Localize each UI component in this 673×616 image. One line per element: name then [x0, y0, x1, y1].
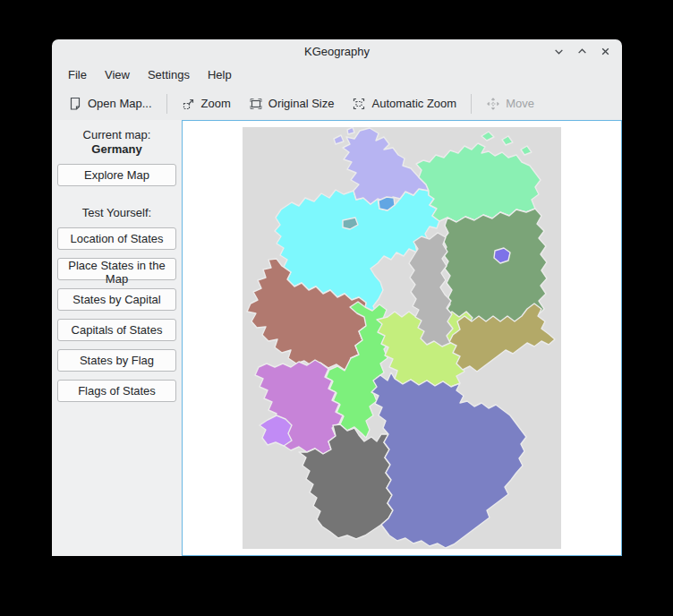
window-title: KGeography [304, 45, 370, 58]
menu-item-settings[interactable]: Settings [139, 65, 199, 84]
toolbar-separator [471, 94, 472, 114]
automatic-zoom-button[interactable]: Automatic Zoom [343, 91, 465, 116]
toolbar-button-label: Move [506, 97, 534, 110]
titlebar[interactable]: KGeography [52, 39, 622, 63]
menubar: FileViewSettingsHelp [52, 63, 622, 87]
open-map-icon [68, 97, 82, 111]
open-map-button[interactable]: Open Map... [59, 91, 161, 116]
current-map-name: Germany [52, 142, 182, 157]
original-size-icon [249, 97, 263, 111]
close-button[interactable] [597, 43, 613, 59]
current-map-label: Current map: [52, 128, 182, 142]
flags-of-states-button[interactable]: Flags of States [57, 380, 176, 402]
toolbar-button-label: Open Map... [88, 97, 152, 110]
close-icon [601, 47, 610, 56]
titlebar-controls [550, 39, 613, 63]
states-by-capital-button[interactable]: States by Capital [57, 288, 176, 311]
sidebar: Current map: Germany Explore Map Test Yo… [52, 120, 182, 556]
quiz-button-group: Location of StatesPlace States in the Ma… [52, 227, 182, 402]
menu-item-file[interactable]: File [59, 65, 96, 84]
state-saarland[interactable] [260, 415, 292, 446]
explore-map-button[interactable]: Explore Map [57, 164, 176, 186]
minimize-icon [554, 47, 564, 56]
location-of-states-button[interactable]: Location of States [57, 227, 176, 250]
germany-map [243, 127, 561, 549]
toolbar-button-label: Automatic Zoom [371, 97, 456, 110]
automatic-zoom-icon [352, 97, 366, 111]
move-button: Move [477, 91, 543, 116]
zoom-button[interactable]: Zoom [173, 91, 240, 116]
minimize-button[interactable] [550, 43, 567, 59]
maximize-icon [577, 47, 587, 56]
state-bavaria[interactable] [371, 372, 526, 548]
maximize-button[interactable] [574, 43, 590, 59]
app-window: KGeography FileViewSettingsHelp Open Map… [52, 39, 622, 556]
place-states-in-the-map-button[interactable]: Place States in the Map [57, 258, 176, 280]
move-icon [486, 97, 500, 111]
menu-item-help[interactable]: Help [199, 65, 241, 84]
states-by-flag-button[interactable]: States by Flag [57, 349, 176, 372]
map-panel [182, 120, 622, 556]
original-size-button[interactable]: Original Size [240, 91, 344, 116]
toolbar-separator [166, 94, 167, 114]
zoom-icon [182, 97, 196, 111]
content-area: Current map: Germany Explore Map Test Yo… [52, 120, 622, 556]
map-canvas [243, 127, 561, 549]
toolbar: Open Map...ZoomOriginal SizeAutomatic Zo… [52, 87, 622, 120]
capitals-of-states-button[interactable]: Capitals of States [57, 319, 176, 341]
test-yourself-label: Test Yourself: [52, 206, 182, 220]
toolbar-button-label: Original Size [268, 97, 335, 110]
toolbar-button-label: Zoom [201, 97, 231, 110]
menu-item-view[interactable]: View [96, 65, 139, 84]
